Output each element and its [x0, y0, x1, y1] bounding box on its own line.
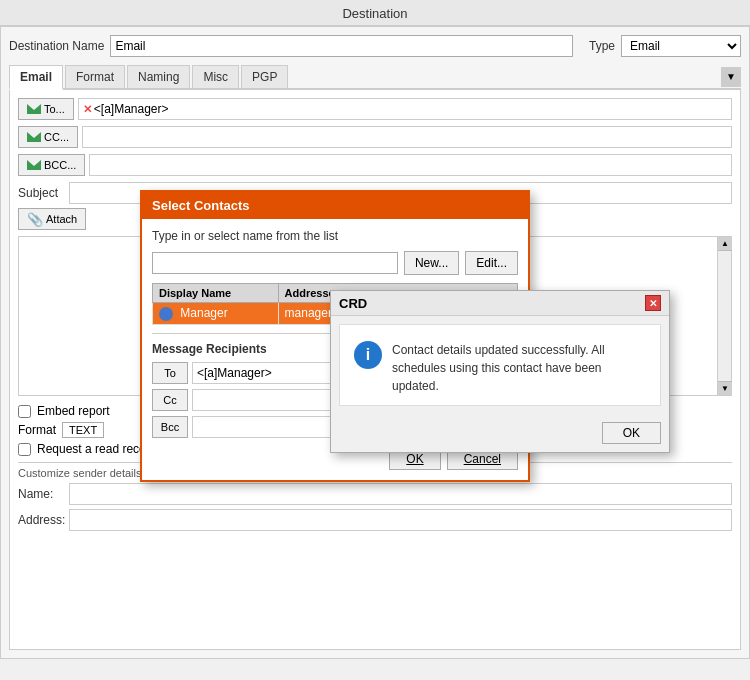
scroll-up-btn[interactable]: ▲ — [718, 237, 732, 251]
contact-avatar-icon — [159, 307, 173, 321]
format-badge: TEXT — [62, 422, 104, 438]
tab-misc[interactable]: Misc — [192, 65, 239, 88]
bcc-field-box[interactable] — [89, 154, 732, 176]
recipient-cc-btn[interactable]: Cc — [152, 389, 188, 411]
dest-name-input[interactable] — [110, 35, 573, 57]
sender-name-row: Name: — [18, 483, 732, 505]
to-field-box: ✕ <[a]Manager> — [78, 98, 732, 120]
bcc-email-icon — [27, 160, 41, 170]
subject-label: Subject — [18, 186, 63, 200]
attach-icon: 📎 — [27, 212, 43, 227]
contacts-search-input[interactable] — [152, 252, 398, 274]
svg-marker-0 — [27, 104, 41, 114]
to-row: To... ✕ <[a]Manager> — [18, 98, 732, 120]
cc-button[interactable]: CC... — [18, 126, 78, 148]
tab-format[interactable]: Format — [65, 65, 125, 88]
crd-title: CRD — [339, 296, 367, 311]
crd-close-btn[interactable]: ✕ — [645, 295, 661, 311]
svg-marker-2 — [27, 160, 41, 170]
address-label: Address: — [18, 513, 63, 527]
embed-report-checkbox[interactable] — [18, 405, 31, 418]
contact-name: Manager — [153, 303, 279, 325]
crd-message: Contact details updated successfully. Al… — [392, 341, 646, 395]
crd-dialog: CRD ✕ i Contact details updated successf… — [330, 290, 670, 453]
new-contact-btn[interactable]: New... — [404, 251, 459, 275]
select-contacts-header: Select Contacts — [142, 192, 528, 219]
crd-info-icon: i — [354, 341, 382, 369]
email-tab-content: To... ✕ <[a]Manager> CC... BCC... — [9, 90, 741, 650]
tab-arrow[interactable]: ▼ — [721, 67, 741, 87]
edit-contact-btn[interactable]: Edit... — [465, 251, 518, 275]
search-label: Type in or select name from the list — [152, 229, 338, 243]
crd-ok-btn[interactable]: OK — [602, 422, 661, 444]
title-bar: Destination — [0, 0, 750, 26]
cc-email-icon — [27, 132, 41, 142]
format-label: Format — [18, 423, 56, 437]
crd-body: i Contact details updated successfully. … — [339, 324, 661, 406]
embed-report-label: Embed report — [37, 404, 110, 418]
name-label: Name: — [18, 487, 63, 501]
search-input-row: New... Edit... — [152, 251, 518, 275]
sender-address-row: Address: — [18, 509, 732, 531]
type-label: Type — [589, 39, 615, 53]
select-contacts-title: Select Contacts — [152, 198, 250, 213]
tab-naming[interactable]: Naming — [127, 65, 190, 88]
cc-field-box[interactable] — [82, 126, 732, 148]
type-select[interactable]: Email — [621, 35, 741, 57]
main-container: Destination Name Type Email Email Format… — [0, 26, 750, 659]
col-display-name: Display Name — [153, 284, 279, 303]
scroll-down-btn[interactable]: ▼ — [718, 381, 732, 395]
to-button[interactable]: To... — [18, 98, 74, 120]
bcc-row: BCC... — [18, 154, 732, 176]
to-recipient-tag: ✕ <[a]Manager> — [83, 102, 169, 116]
tab-email[interactable]: Email — [9, 65, 63, 90]
dest-name-row: Destination Name Type Email — [9, 35, 741, 57]
body-scrollbar[interactable]: ▲ ▼ — [717, 237, 731, 395]
tabs-bar: Email Format Naming Misc PGP ▼ — [9, 65, 741, 90]
search-row: Type in or select name from the list — [152, 229, 518, 243]
to-value: <[a]Manager> — [94, 102, 169, 116]
sender-name-input[interactable] — [69, 483, 732, 505]
to-remove-btn[interactable]: ✕ — [83, 103, 92, 116]
tab-pgp[interactable]: PGP — [241, 65, 288, 88]
dest-name-label: Destination Name — [9, 39, 104, 53]
to-email-icon — [27, 104, 41, 114]
cc-row: CC... — [18, 126, 732, 148]
read-receipt-checkbox[interactable] — [18, 443, 31, 456]
crd-footer: OK — [331, 414, 669, 452]
recipient-bcc-btn[interactable]: Bcc — [152, 416, 188, 438]
window-title: Destination — [342, 6, 407, 21]
recipient-to-btn[interactable]: To — [152, 362, 188, 384]
crd-title-bar: CRD ✕ — [331, 291, 669, 316]
attach-button[interactable]: 📎 Attach — [18, 208, 86, 230]
svg-marker-1 — [27, 132, 41, 142]
sender-address-input[interactable] — [69, 509, 732, 531]
bcc-button[interactable]: BCC... — [18, 154, 85, 176]
